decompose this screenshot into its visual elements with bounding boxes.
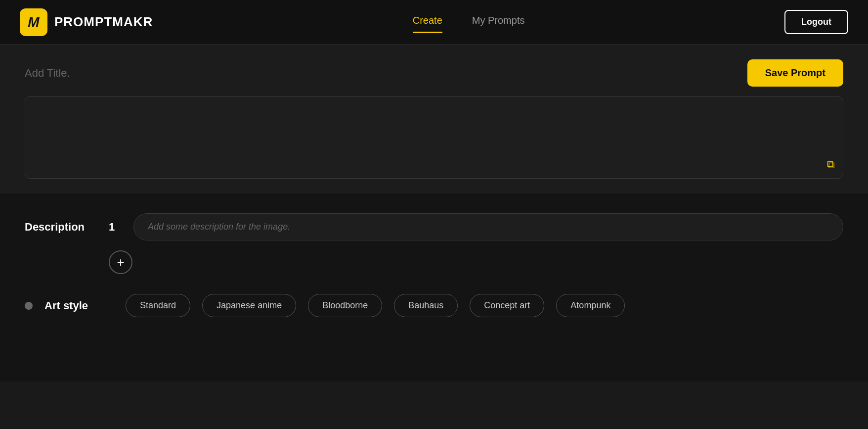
add-description-wrapper: +	[25, 250, 843, 274]
style-chip-concept-art[interactable]: Concept art	[470, 294, 544, 317]
prompt-textarea-wrapper: ⧉	[25, 96, 843, 179]
logo-letter: M	[28, 14, 39, 30]
save-prompt-button[interactable]: Save Prompt	[747, 59, 843, 87]
style-chip-japanese-anime[interactable]: Japanese anime	[202, 294, 296, 317]
create-section-bottom: Description 1 + Art style Standard Japan…	[0, 193, 868, 381]
copy-icon-button[interactable]: ⧉	[827, 158, 835, 171]
description-input[interactable]	[133, 213, 843, 240]
logo-area: M PROMPTMAKR	[20, 8, 153, 36]
art-style-label: Art style	[44, 299, 114, 312]
add-description-button[interactable]: +	[109, 250, 132, 274]
title-input[interactable]	[25, 67, 747, 80]
description-label: Description	[25, 221, 99, 234]
copy-icon: ⧉	[827, 158, 835, 171]
nav-create[interactable]: Create	[413, 15, 442, 29]
art-style-row: Art style Standard Japanese anime Bloodb…	[25, 294, 843, 317]
logout-button[interactable]: Logout	[784, 10, 848, 34]
art-style-dot	[25, 302, 33, 310]
nav-my-prompts[interactable]: My Prompts	[472, 15, 525, 29]
description-row: Description 1	[25, 213, 843, 240]
prompt-textarea[interactable]	[25, 97, 843, 176]
style-chip-bloodborne[interactable]: Bloodborne	[308, 294, 382, 317]
logo-icon: M	[20, 8, 47, 36]
main-nav: Create My Prompts	[413, 15, 525, 29]
header: M PROMPTMAKR Create My Prompts Logout	[0, 0, 868, 45]
create-section-top: Save Prompt ⧉	[0, 45, 868, 193]
style-chip-standard[interactable]: Standard	[126, 294, 190, 317]
style-chip-bauhaus[interactable]: Bauhaus	[394, 294, 458, 317]
title-row: Save Prompt	[25, 59, 843, 87]
description-number: 1	[109, 221, 124, 234]
style-chip-atompunk[interactable]: Atompunk	[556, 294, 625, 317]
logo-text: PROMPTMAKR	[54, 14, 153, 30]
